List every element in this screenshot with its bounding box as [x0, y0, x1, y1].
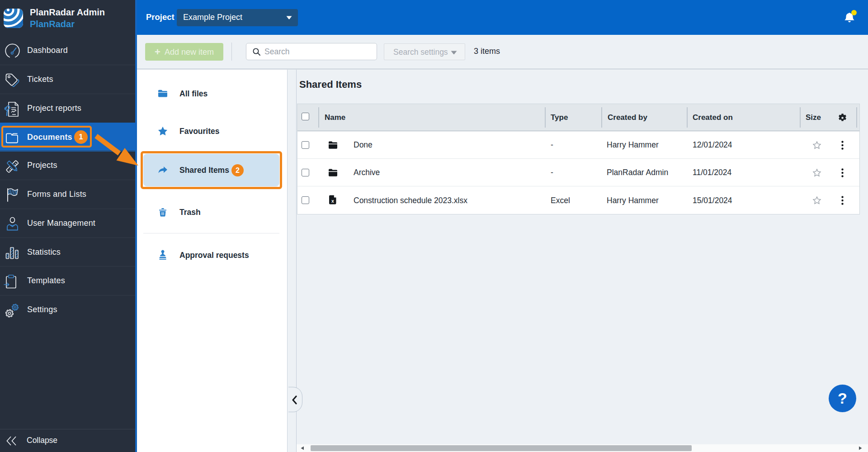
- svg-text:x: x: [331, 198, 334, 204]
